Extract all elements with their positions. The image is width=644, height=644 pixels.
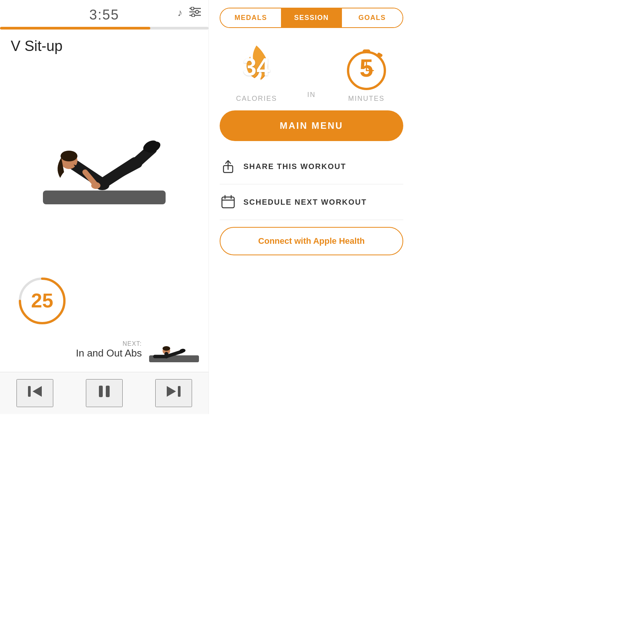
schedule-workout-row[interactable]: SCHEDULE NEXT WORKOUT bbox=[220, 187, 403, 217]
svg-point-10 bbox=[61, 151, 77, 161]
prev-button[interactable] bbox=[16, 379, 53, 407]
timer-area: 25 bbox=[0, 274, 209, 332]
next-label: NEXT: In and Out Abs bbox=[76, 340, 142, 359]
divider-2 bbox=[220, 220, 403, 220]
calories-label: CALORIES bbox=[236, 95, 277, 103]
divider-1 bbox=[220, 184, 403, 184]
progress-fill bbox=[0, 27, 150, 30]
controls-bar bbox=[0, 372, 209, 414]
svg-rect-30 bbox=[28, 386, 31, 397]
svg-marker-29 bbox=[33, 386, 42, 397]
svg-point-5 bbox=[192, 14, 195, 17]
next-button[interactable] bbox=[155, 379, 192, 407]
calendar-icon bbox=[220, 194, 237, 210]
svg-text:25: 25 bbox=[31, 289, 53, 312]
tab-session[interactable]: SESSION bbox=[281, 8, 342, 27]
svg-rect-6 bbox=[43, 191, 166, 204]
status-icons: ♪ bbox=[177, 7, 201, 20]
stopwatch-icon: 5 bbox=[343, 42, 389, 92]
minutes-label: MINUTES bbox=[348, 95, 384, 103]
svg-rect-42 bbox=[222, 197, 234, 208]
main-menu-button[interactable]: MAIN MENU bbox=[220, 110, 403, 141]
time-display: 3:55 bbox=[89, 7, 119, 23]
countdown-circle: 25 bbox=[15, 274, 69, 328]
svg-rect-34 bbox=[178, 386, 181, 397]
tab-goals[interactable]: GOALS bbox=[342, 8, 402, 27]
tab-bar: MEDALS SESSION GOALS bbox=[220, 8, 403, 28]
svg-rect-31 bbox=[99, 386, 103, 397]
status-bar: 3:55 ♪ bbox=[0, 0, 209, 27]
pause-button[interactable] bbox=[86, 379, 123, 407]
music-icon[interactable]: ♪ bbox=[177, 7, 182, 20]
share-icon bbox=[220, 158, 237, 175]
svg-point-18 bbox=[91, 182, 100, 189]
share-label: SHARE THIS WORKOUT bbox=[243, 162, 346, 171]
calories-value: 34 bbox=[243, 53, 270, 81]
left-panel: 3:55 ♪ V Sit-up bbox=[0, 0, 209, 414]
svg-point-24 bbox=[163, 346, 170, 351]
tab-medals[interactable]: MEDALS bbox=[220, 8, 281, 27]
exercise-figure bbox=[31, 122, 177, 207]
exercise-image-area bbox=[0, 54, 209, 274]
calories-stat: 34 CALORIES bbox=[233, 42, 279, 103]
flame-icon: 34 bbox=[233, 42, 279, 92]
next-exercise-image bbox=[147, 335, 201, 364]
svg-point-3 bbox=[191, 7, 194, 10]
filter-icon[interactable] bbox=[189, 7, 201, 20]
svg-rect-32 bbox=[106, 386, 110, 397]
next-text-label: NEXT: bbox=[76, 340, 142, 347]
apple-health-button[interactable]: Connect with Apple Health bbox=[220, 227, 403, 255]
in-label: IN bbox=[307, 91, 315, 99]
next-exercise-name: In and Out Abs bbox=[76, 347, 142, 359]
next-exercise-area: NEXT: In and Out Abs bbox=[0, 332, 209, 372]
minutes-stat: 5 MINUTES bbox=[343, 42, 389, 103]
progress-bar bbox=[0, 27, 209, 30]
svg-point-4 bbox=[196, 10, 199, 13]
share-workout-row[interactable]: SHARE THIS WORKOUT bbox=[220, 152, 403, 181]
minutes-value: 5 bbox=[360, 54, 373, 82]
schedule-label: SCHEDULE NEXT WORKOUT bbox=[243, 198, 367, 207]
svg-rect-36 bbox=[363, 49, 370, 53]
right-panel: MEDALS SESSION GOALS 34 CALORIES IN bbox=[209, 0, 414, 414]
exercise-title: V Sit-up bbox=[0, 30, 209, 54]
stats-area: 34 CALORIES IN 5 bbox=[220, 42, 403, 103]
svg-marker-33 bbox=[167, 386, 176, 397]
